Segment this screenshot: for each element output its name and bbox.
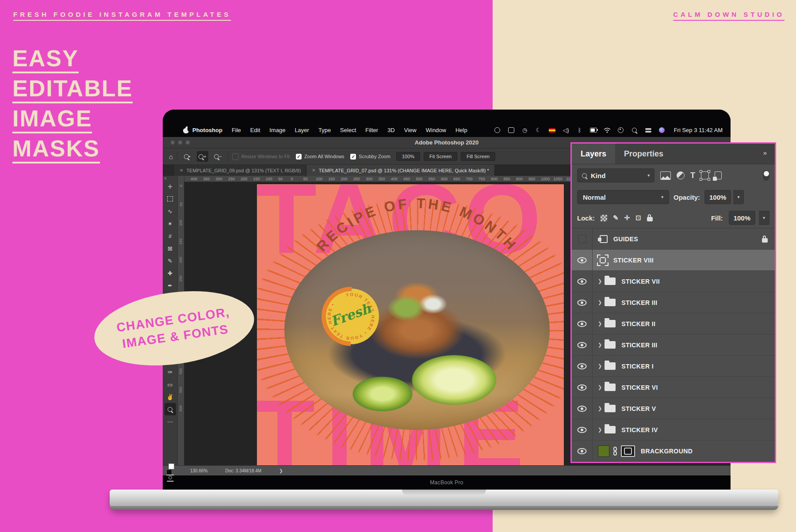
expand-chevron-icon[interactable]: ❯	[598, 406, 602, 411]
hand-tool[interactable]: ✌	[165, 391, 176, 403]
filter-adjustment-icon[interactable]	[677, 171, 685, 179]
layer-row[interactable]: ❯ STICKER III	[572, 292, 775, 313]
expand-chevron-icon[interactable]: ❯	[598, 342, 602, 348]
layer-row[interactable]: ❯ STICKER III	[572, 334, 775, 356]
opacity-dropdown-icon[interactable]: ▾	[733, 190, 744, 204]
menu-item[interactable]: Window	[426, 127, 446, 133]
zoom-tool-icon[interactable]: ▾	[181, 151, 193, 162]
layer-row[interactable]: ❯ STICKER II	[572, 313, 775, 334]
group-folder-icon[interactable]	[605, 341, 616, 349]
group-folder-icon[interactable]	[605, 320, 616, 327]
group-folder-icon[interactable]	[605, 426, 616, 433]
layer-name[interactable]: STICKER III	[621, 342, 657, 349]
expand-chevron-icon[interactable]: ❯	[598, 278, 602, 284]
menu-item[interactable]: Filter	[365, 127, 378, 133]
filter-smart-object-icon[interactable]	[715, 171, 722, 179]
layer-row[interactable]: ❯ BRACKGROUND	[572, 441, 775, 462]
pen-tool[interactable]: ✑	[165, 366, 176, 378]
visibility-cell[interactable]	[572, 228, 593, 249]
visibility-cell[interactable]	[572, 356, 593, 376]
zoom-in-button[interactable]: +	[197, 151, 208, 162]
marquee-tool[interactable]	[165, 193, 176, 205]
layer-name[interactable]: STICKER I	[621, 363, 654, 370]
group-folder-icon[interactable]	[605, 362, 616, 370]
guides-group-icon[interactable]	[600, 235, 608, 243]
lock-paint-icon[interactable]: ✎	[613, 214, 619, 222]
menu-item[interactable]: Layer	[295, 127, 309, 133]
close-tab-icon[interactable]: ✕	[180, 168, 183, 173]
status-chevron-icon[interactable]: ❯	[279, 468, 283, 473]
layer-name[interactable]: STICKER VI	[621, 384, 658, 391]
lock-artboard-icon[interactable]: ⊡	[635, 214, 641, 222]
healing-brush-tool[interactable]: ✚	[165, 267, 176, 279]
lock-transparency-icon[interactable]	[601, 215, 607, 221]
option-checkbox[interactable]: ✓ Zoom All Windows	[296, 153, 344, 160]
panel-tab[interactable]: Layers	[572, 144, 615, 164]
visibility-cell[interactable]	[572, 398, 593, 419]
visibility-cell[interactable]	[572, 271, 593, 292]
magic-wand-tool[interactable]: ✶	[165, 217, 176, 230]
layer-color-swatch[interactable]	[598, 445, 609, 457]
menu-item[interactable]: Help	[455, 127, 467, 133]
layer-row[interactable]: ❯ STICKER IV	[572, 419, 775, 441]
document-tab[interactable]: ✕ TEMPLATE_GRID_09.psd @ 131% (TEXT I, R…	[174, 165, 306, 176]
visibility-cell[interactable]	[572, 377, 593, 398]
battery-icon[interactable]	[590, 127, 597, 133]
checkbox-icon[interactable]: ✓	[350, 154, 356, 160]
fill-value[interactable]: 100%	[729, 211, 755, 225]
brush-tool[interactable]: ✒	[165, 279, 176, 292]
option-button[interactable]: Fit Screen	[424, 152, 457, 161]
layer-name[interactable]: STICKER II	[621, 320, 655, 327]
layer-row[interactable]: ❯ STICKER VIII	[572, 250, 775, 271]
layer-row[interactable]: ❯ STICKER VII	[572, 271, 775, 292]
menu-item[interactable]: Edit	[250, 127, 260, 133]
menu-clock[interactable]: Fri Sep 3 11:42 AM	[674, 127, 723, 133]
color-swatches[interactable]	[165, 428, 176, 443]
group-folder-icon[interactable]	[605, 405, 616, 412]
quick-mask[interactable]	[165, 443, 176, 455]
studio-link[interactable]: CALM DOWN STUDIO	[673, 11, 785, 18]
group-folder-icon[interactable]	[605, 299, 616, 306]
option-button[interactable]: Fill Screen	[461, 152, 495, 161]
screen-mode-icon[interactable]	[167, 481, 174, 482]
fill-dropdown-icon[interactable]: ▾	[759, 211, 769, 225]
spain-flag-icon[interactable]	[549, 127, 556, 133]
option-button[interactable]: 100%	[396, 152, 420, 161]
notifications-icon[interactable]	[508, 127, 515, 133]
layer-name[interactable]: STICKER V	[621, 405, 656, 412]
visibility-cell[interactable]	[572, 250, 593, 270]
visibility-cell[interactable]	[572, 441, 593, 461]
layer-name[interactable]: STICKER VIII	[613, 257, 654, 264]
expand-chevron-icon[interactable]: ❯	[598, 300, 602, 305]
spotlight-icon[interactable]	[631, 127, 638, 133]
layer-name[interactable]: GUIDES	[613, 236, 638, 243]
home-icon[interactable]: ⌂	[169, 153, 173, 160]
collapse-toolbar-icon[interactable]: »	[164, 177, 167, 180]
more-tools[interactable]: ⋯	[165, 415, 176, 428]
group-folder-icon[interactable]	[605, 277, 616, 285]
blend-mode-dropdown[interactable]: Normal ▾	[577, 190, 669, 204]
expand-chevron-icon[interactable]: ❯	[598, 384, 602, 390]
layer-name[interactable]: BRACKGROUND	[641, 448, 693, 455]
lasso-tool[interactable]: ∿	[165, 205, 176, 217]
dnd-icon[interactable]	[494, 127, 501, 133]
opacity-value[interactable]: 100%	[704, 190, 731, 204]
filter-toggle[interactable]	[763, 170, 769, 181]
checkbox-icon[interactable]: ✓	[232, 153, 239, 160]
clock-icon[interactable]: ◷	[521, 127, 528, 133]
layer-mask-thumbnail[interactable]	[621, 445, 635, 457]
menu-item[interactable]: File	[232, 127, 241, 133]
eyedropper-tool[interactable]: ✎	[165, 255, 176, 267]
visibility-cell[interactable]	[572, 334, 593, 355]
visibility-cell[interactable]	[572, 292, 593, 313]
artwork-canvas[interactable]: TACO TIME RECIPE OF THE MONTH DOUBLE GUA…	[257, 184, 564, 465]
background-thumbnails[interactable]	[598, 445, 635, 457]
frame-layer-icon[interactable]	[598, 255, 608, 265]
zoom-out-button[interactable]: −	[212, 151, 224, 162]
siri-icon[interactable]	[658, 127, 666, 133]
menu-item[interactable]: Image	[269, 127, 285, 133]
expand-chevron-icon[interactable]: ❯	[598, 427, 602, 433]
menu-item[interactable]: Photoshop	[192, 127, 222, 133]
volume-icon[interactable]: ◁)	[563, 127, 570, 133]
wifi-icon[interactable]	[604, 127, 611, 133]
